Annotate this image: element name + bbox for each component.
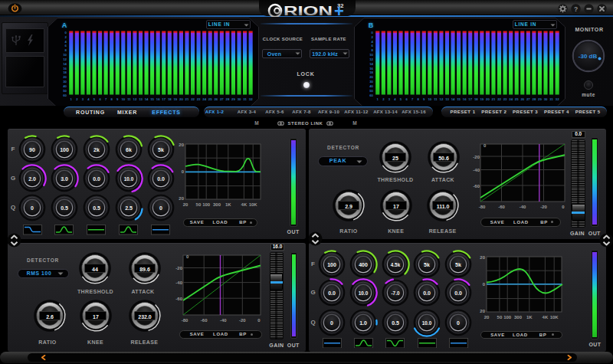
- svg-text:1K: 1K: [526, 315, 533, 320]
- svg-text:300: 300: [213, 202, 221, 207]
- svg-text:32: 32: [556, 97, 559, 101]
- svg-text:14: 14: [451, 97, 455, 101]
- svg-text:27: 27: [526, 97, 530, 101]
- svg-text:-20: -20: [540, 205, 547, 209]
- svg-text:-40: -40: [175, 280, 182, 285]
- svg-text:60: 60: [63, 93, 67, 97]
- svg-text:15: 15: [457, 97, 461, 101]
- svg-text:2: 2: [382, 97, 385, 101]
- svg-text:4: 4: [87, 97, 90, 101]
- svg-text:0: 0: [65, 31, 67, 34]
- svg-text:0: 0: [31, 205, 34, 210]
- svg-text:4K: 4K: [241, 202, 247, 207]
- svg-text:-40: -40: [220, 318, 227, 323]
- svg-text:40: 40: [63, 84, 67, 88]
- svg-text:31: 31: [243, 97, 247, 101]
- svg-text:2: 2: [65, 35, 67, 39]
- svg-text:50: 50: [63, 89, 67, 93]
- svg-text:8: 8: [111, 97, 113, 101]
- svg-text:1.0: 1.0: [360, 320, 368, 325]
- svg-text:4K: 4K: [543, 315, 549, 320]
- svg-text:5: 5: [93, 97, 96, 101]
- svg-text:6: 6: [372, 44, 374, 48]
- svg-text:10K: 10K: [550, 315, 559, 320]
- svg-text:5: 5: [400, 97, 402, 101]
- svg-text:7: 7: [105, 97, 107, 101]
- svg-text:0: 0: [562, 205, 565, 209]
- svg-text:90: 90: [29, 147, 35, 152]
- svg-text:?: ?: [573, 5, 577, 12]
- svg-text:10: 10: [369, 53, 373, 57]
- svg-text:60: 60: [369, 93, 373, 97]
- svg-text:11: 11: [434, 97, 438, 101]
- svg-text:0: 0: [159, 205, 162, 210]
- svg-text:5k: 5k: [424, 261, 430, 267]
- svg-text:0.5: 0.5: [93, 205, 100, 210]
- svg-text:20: 20: [484, 315, 490, 320]
- svg-text:-60: -60: [498, 205, 505, 209]
- svg-text:12: 12: [440, 97, 444, 101]
- svg-text:24: 24: [202, 97, 206, 101]
- svg-text:10.0: 10.0: [123, 175, 133, 181]
- svg-text:24: 24: [509, 97, 513, 101]
- svg-text:2k: 2k: [93, 147, 100, 152]
- svg-text:8: 8: [418, 97, 420, 101]
- svg-text:50: 50: [497, 315, 503, 320]
- svg-text:22: 22: [497, 97, 501, 101]
- svg-text:0: 0: [457, 320, 460, 325]
- svg-text:2.9: 2.9: [345, 204, 352, 209]
- svg-text:22: 22: [191, 97, 195, 101]
- svg-text:10: 10: [121, 97, 125, 101]
- svg-text:-80: -80: [479, 205, 486, 209]
- svg-text:17: 17: [162, 97, 166, 101]
- svg-text:0.0: 0.0: [328, 290, 336, 296]
- svg-text:21: 21: [492, 97, 496, 101]
- svg-text:16: 16: [156, 97, 160, 101]
- svg-text:30: 30: [369, 80, 373, 84]
- svg-text:12: 12: [63, 57, 67, 61]
- svg-text:100: 100: [327, 261, 336, 267]
- svg-text:232.0: 232.0: [139, 313, 152, 319]
- svg-text:1K: 1K: [225, 202, 231, 207]
- svg-text:32: 32: [249, 97, 253, 101]
- svg-text:89.6: 89.6: [139, 267, 150, 272]
- svg-text:7: 7: [411, 97, 414, 101]
- svg-text:3: 3: [388, 97, 391, 101]
- svg-text:-20: -20: [239, 318, 246, 323]
- svg-text:-7.0: -7.0: [391, 290, 399, 296]
- svg-text:16: 16: [63, 67, 67, 71]
- svg-text:9: 9: [423, 97, 425, 101]
- svg-text:8: 8: [65, 48, 67, 52]
- svg-text:50.6: 50.6: [438, 155, 449, 160]
- svg-text:26: 26: [520, 97, 524, 101]
- svg-text:18: 18: [63, 71, 67, 74]
- svg-text:1: 1: [377, 97, 379, 101]
- svg-text:20: 20: [183, 202, 188, 207]
- svg-text:25: 25: [515, 97, 519, 101]
- svg-text:2.0: 2.0: [28, 175, 36, 181]
- svg-text:25: 25: [208, 97, 212, 101]
- svg-text:6: 6: [99, 97, 101, 101]
- svg-text:23: 23: [197, 97, 201, 101]
- svg-text:100: 100: [202, 202, 211, 207]
- svg-text:1: 1: [70, 97, 73, 101]
- svg-text:28: 28: [226, 97, 230, 101]
- svg-text:2: 2: [76, 97, 78, 101]
- svg-text:-40: -40: [520, 205, 526, 209]
- svg-text:11: 11: [127, 97, 131, 101]
- svg-text:10.0: 10.0: [422, 320, 432, 325]
- svg-text:20: 20: [369, 75, 373, 79]
- svg-text:-60: -60: [175, 297, 182, 301]
- svg-text:30: 30: [63, 80, 67, 84]
- svg-text:0: 0: [330, 320, 333, 325]
- svg-text:6: 6: [65, 44, 67, 48]
- svg-text:14: 14: [369, 62, 373, 66]
- svg-text:20: 20: [486, 97, 490, 101]
- svg-text:10.0: 10.0: [359, 290, 369, 296]
- svg-text:18: 18: [369, 71, 373, 74]
- svg-text:8: 8: [372, 48, 374, 52]
- svg-text:2.5: 2.5: [125, 205, 133, 210]
- svg-text:0: 0: [257, 318, 261, 323]
- svg-text:4: 4: [65, 40, 67, 44]
- svg-text:20: 20: [179, 143, 184, 147]
